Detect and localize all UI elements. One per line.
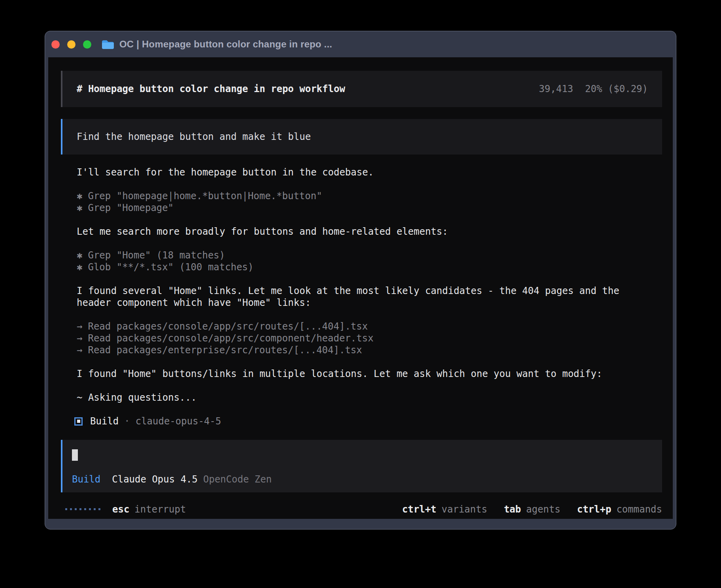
assistant-paragraph: I found several "Home" links. Let me loo… <box>61 285 662 309</box>
tool-call-read: →Read packages/console/app/src/component… <box>77 332 662 344</box>
window-titlebar[interactable]: OC | Homepage button color change in rep… <box>45 31 676 57</box>
tool-call-grep: ✱Grep "Homepage" <box>77 202 662 214</box>
model-name[interactable]: Claude Opus 4.5 <box>112 473 198 485</box>
tool-call-text: Read packages/console/app/src/component/… <box>88 333 373 344</box>
hint-label: variants <box>442 503 487 515</box>
tool-call-text: Glob "**/*.tsx" (100 matches) <box>88 262 253 273</box>
hint-agents: tab agents <box>504 503 561 515</box>
hint-commands: ctrl+p commands <box>577 503 662 515</box>
provider-name: OpenCode Zen <box>203 473 272 485</box>
hint-key: esc <box>112 503 129 515</box>
arrow-right-icon: → <box>77 332 82 344</box>
assistant-status-text: ~ Asking questions... <box>61 392 662 403</box>
agent-model: claude-opus-4-5 <box>136 415 221 427</box>
assistant-paragraph: I'll search for the homepage button in t… <box>61 166 662 178</box>
agent-status-line: Build · claude-opus-4-5 <box>61 415 662 427</box>
hint-label: interrupt <box>134 503 186 515</box>
tool-call-text: Grep "homepage|home.*button|Home.*button… <box>88 190 322 202</box>
session-stats: 39,413 20% ($0.29) <box>539 83 648 95</box>
tool-call-grep: ✱Grep "Home" (18 matches) <box>77 249 662 261</box>
tool-call-read: →Read packages/console/app/src/routes/[.… <box>77 320 662 332</box>
status-left: esc interrupt <box>65 503 186 515</box>
arrow-right-icon: → <box>77 344 82 356</box>
tool-call-text: Grep "Homepage" <box>88 202 174 213</box>
mode-indicator[interactable]: Build <box>72 473 100 485</box>
hint-label: agents <box>526 503 561 515</box>
window-title: OC | Homepage button color change in rep… <box>119 39 332 50</box>
tool-call-text: Read packages/enterprise/src/routes/[...… <box>88 345 362 356</box>
session-header: # Homepage button color change in repo w… <box>61 71 662 107</box>
tool-call-glob: ✱Glob "**/*.tsx" (100 matches) <box>77 261 662 273</box>
asterisk-icon: ✱ <box>77 261 82 273</box>
spinner-dots-icon <box>65 508 100 510</box>
tool-call-grep: ✱Grep "homepage|home.*button|Home.*butto… <box>77 190 662 202</box>
tool-call-text: Grep "Home" (18 matches) <box>88 250 225 261</box>
asterisk-icon: ✱ <box>77 190 82 202</box>
agent-build-icon <box>74 417 83 426</box>
arrow-right-icon: → <box>77 320 82 332</box>
status-right: ctrl+t variants tab agents ctrl+p comman… <box>402 503 662 515</box>
asterisk-icon: ✱ <box>77 202 82 214</box>
assistant-paragraph: I found "Home" buttons/links in multiple… <box>61 368 662 380</box>
session-title: # Homepage button color change in repo w… <box>77 83 345 95</box>
terminal-window: OC | Homepage button color change in rep… <box>45 31 676 530</box>
tool-call-list: ✱Grep "homepage|home.*button|Home.*butto… <box>61 190 662 214</box>
status-bar: esc interrupt ctrl+t variants tab agents… <box>61 503 662 515</box>
close-button[interactable] <box>51 40 60 49</box>
user-message-text: Find the homepage button and make it blu… <box>77 131 311 142</box>
folder-icon <box>102 39 114 49</box>
hint-interrupt: esc interrupt <box>112 503 186 515</box>
tool-call-text: Read packages/console/app/src/routes/[..… <box>88 321 368 332</box>
zoom-button[interactable] <box>83 40 91 49</box>
hint-key: tab <box>504 503 521 515</box>
traffic-lights <box>51 40 91 49</box>
tool-call-list: →Read packages/console/app/src/routes/[.… <box>61 320 662 356</box>
hint-key: ctrl+p <box>577 503 612 515</box>
separator-dot: · <box>124 415 130 427</box>
tool-call-read: →Read packages/enterprise/src/routes/[..… <box>77 344 662 356</box>
hint-key: ctrl+t <box>402 503 436 515</box>
prompt-input[interactable]: Build Claude Opus 4.5 OpenCode Zen <box>61 440 662 492</box>
minimize-button[interactable] <box>67 40 75 49</box>
asterisk-icon: ✱ <box>77 249 82 261</box>
input-footer: Build Claude Opus 4.5 OpenCode Zen <box>72 473 648 485</box>
hint-variants: ctrl+t variants <box>402 503 487 515</box>
terminal-content[interactable]: # Homepage button color change in repo w… <box>48 57 673 519</box>
tool-call-list: ✱Grep "Home" (18 matches) ✱Glob "**/*.ts… <box>61 249 662 273</box>
user-message: Find the homepage button and make it blu… <box>61 119 662 155</box>
token-count: 39,413 <box>539 83 573 95</box>
text-cursor <box>72 449 78 461</box>
agent-name: Build <box>90 415 119 427</box>
hint-label: commands <box>616 503 662 515</box>
context-cost: 20% ($0.29) <box>585 83 648 95</box>
assistant-paragraph: Let me search more broadly for buttons a… <box>61 226 662 237</box>
